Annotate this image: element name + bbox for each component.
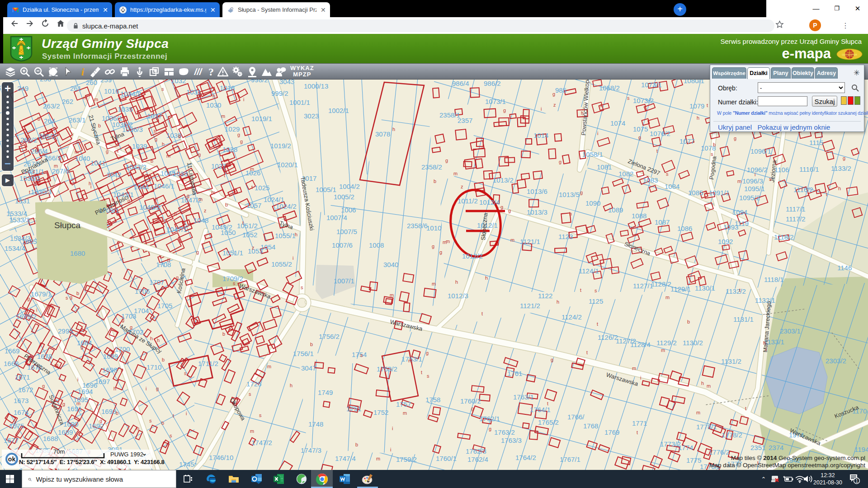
- svg-text:h: h: [167, 258, 170, 263]
- svg-text:2374: 2374: [769, 444, 783, 451]
- svg-text:m: m: [403, 410, 407, 416]
- svg-text:264: 264: [44, 117, 55, 125]
- svg-text:g: g: [127, 198, 130, 203]
- svg-text:1675: 1675: [9, 422, 24, 430]
- svg-text:1096/1: 1096/1: [750, 147, 771, 155]
- svg-text:1771: 1771: [632, 419, 647, 427]
- svg-text:1035: 1035: [118, 105, 132, 113]
- svg-text:261: 261: [70, 84, 81, 92]
- svg-text:1768: 1768: [583, 422, 598, 430]
- svg-text:t: t: [745, 406, 746, 411]
- svg-text:1096/3: 1096/3: [742, 177, 763, 185]
- svg-text:s: s: [97, 306, 100, 312]
- svg-text:1711/2: 1711/2: [198, 360, 218, 367]
- svg-text:h: h: [569, 211, 572, 216]
- svg-text:986/2: 986/2: [484, 80, 501, 87]
- svg-text:h: h: [701, 380, 704, 386]
- svg-text:b: b: [310, 342, 313, 347]
- svg-text:h: h: [485, 275, 488, 281]
- svg-text:1001/1: 1001/1: [289, 99, 310, 106]
- svg-text:1018: 1018: [220, 84, 235, 92]
- svg-text:259: 259: [100, 80, 112, 84]
- svg-text:1131/2: 1131/2: [721, 357, 741, 365]
- svg-text:h: h: [198, 94, 201, 99]
- svg-text:1081: 1081: [597, 163, 612, 171]
- svg-text:998/2: 998/2: [251, 80, 268, 84]
- svg-text:m: m: [250, 166, 254, 172]
- svg-text:m: m: [432, 281, 436, 286]
- svg-text:1773/2: 1773/2: [660, 440, 681, 448]
- svg-text:3043: 3043: [279, 80, 294, 85]
- svg-text:m: m: [632, 366, 636, 371]
- svg-text:GEO-SYSTEM: GEO-SYSTEM: [842, 53, 857, 56]
- svg-text:h: h: [290, 383, 292, 388]
- svg-text:1698: 1698: [102, 366, 117, 374]
- svg-text:g: g: [196, 249, 199, 255]
- svg-text:s: s: [161, 86, 164, 92]
- svg-text:1678: 1678: [37, 352, 52, 360]
- svg-text:g: g: [99, 418, 102, 423]
- svg-text:g: g: [27, 296, 30, 301]
- svg-text:1131/1: 1131/1: [733, 315, 754, 323]
- svg-text:1013/5: 1013/5: [559, 191, 580, 198]
- svg-text:g: g: [734, 136, 736, 141]
- svg-text:g: g: [500, 204, 503, 210]
- svg-text:t: t: [597, 321, 598, 327]
- svg-text:1747/2: 1747/2: [251, 439, 272, 446]
- svg-text:1054: 1054: [260, 243, 275, 251]
- svg-text:1695: 1695: [73, 396, 88, 404]
- svg-text:i: i: [24, 137, 24, 143]
- svg-text:b: b: [116, 410, 118, 416]
- svg-text:1079: 1079: [689, 102, 704, 110]
- svg-text:2303/1: 2303/1: [780, 327, 801, 335]
- svg-text:g: g: [240, 139, 243, 144]
- svg-text:s: s: [360, 352, 363, 358]
- svg-text:g: g: [122, 317, 124, 323]
- svg-text:1530/3: 1530/3: [31, 188, 52, 196]
- svg-text:h: h: [557, 299, 559, 305]
- svg-text:h: h: [697, 115, 699, 121]
- svg-text:1002/1: 1002/1: [328, 107, 349, 114]
- svg-text:s: s: [149, 418, 152, 423]
- svg-text:1032: 1032: [171, 80, 186, 84]
- svg-text:t: t: [251, 184, 253, 190]
- svg-text:1019/1: 1019/1: [251, 115, 272, 122]
- svg-text:249: 249: [17, 84, 28, 92]
- svg-text:m: m: [267, 364, 271, 369]
- svg-text:h: h: [150, 336, 153, 341]
- svg-text:m: m: [510, 237, 514, 243]
- svg-text:g: g: [559, 159, 561, 164]
- svg-text:1533/3: 1533/3: [9, 216, 30, 224]
- svg-text:g: g: [471, 406, 474, 411]
- svg-text:i: i: [541, 106, 542, 112]
- svg-text:1044: 1044: [134, 183, 149, 191]
- svg-text:1769: 1769: [604, 428, 619, 436]
- svg-text:1089: 1089: [608, 206, 623, 214]
- svg-text:z: z: [117, 148, 119, 153]
- svg-text:1008: 1008: [369, 241, 384, 249]
- svg-text:1697: 1697: [95, 378, 110, 385]
- svg-text:1778/2: 1778/2: [722, 431, 742, 439]
- svg-text:b: b: [434, 178, 436, 184]
- svg-text:250: 250: [40, 80, 51, 83]
- svg-text:1749: 1749: [318, 389, 333, 396]
- svg-text:1057: 1057: [246, 202, 261, 209]
- svg-text:t: t: [586, 350, 588, 355]
- svg-text:z: z: [33, 169, 35, 174]
- svg-text:1762/1: 1762/1: [479, 415, 500, 422]
- svg-text:s: s: [711, 151, 713, 157]
- svg-text:g: g: [638, 135, 641, 140]
- svg-text:m: m: [737, 178, 741, 184]
- svg-text:1679/1: 1679/1: [31, 290, 52, 298]
- svg-text:t: t: [656, 148, 658, 154]
- svg-text:s: s: [170, 433, 172, 438]
- svg-text:b: b: [161, 420, 164, 426]
- svg-text:1753/2: 1753/2: [377, 365, 397, 373]
- svg-text:m: m: [408, 358, 412, 363]
- svg-text:3078: 3078: [375, 130, 390, 138]
- svg-text:1125: 1125: [589, 297, 603, 305]
- svg-text:s: s: [427, 373, 429, 379]
- svg-text:1751: 1751: [346, 405, 361, 413]
- svg-text:g: g: [187, 193, 189, 198]
- svg-text:t: t: [242, 220, 244, 225]
